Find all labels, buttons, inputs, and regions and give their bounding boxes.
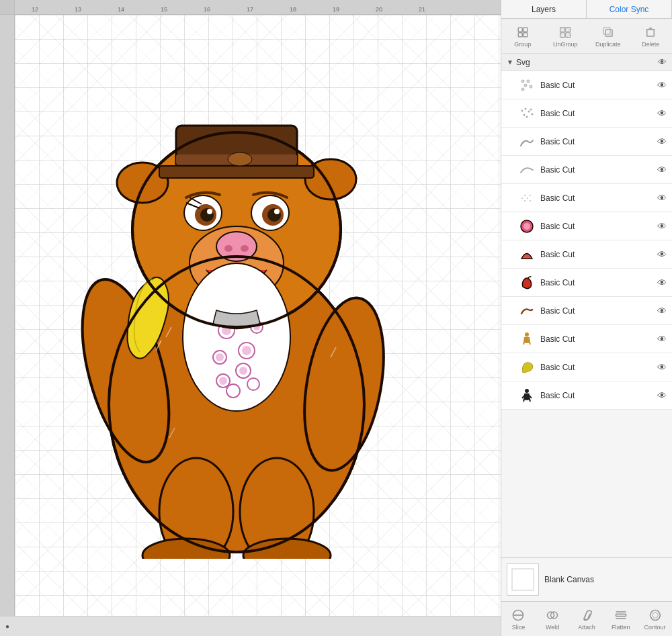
tab-layers[interactable]: Layers <box>501 0 587 18</box>
ruler-mark-20: 20 <box>376 6 382 13</box>
duplicate-button[interactable]: Duplicate <box>587 21 630 50</box>
svg-rect-52 <box>518 28 522 32</box>
contour-button[interactable]: Contour <box>638 604 672 633</box>
slice-button[interactable]: Slice <box>501 604 536 633</box>
layer-row[interactable]: Basic Cut 👁 <box>501 71 672 99</box>
svg-point-69 <box>521 88 524 91</box>
weld-button[interactable]: Weld <box>536 604 570 633</box>
svg-rect-94 <box>512 569 534 590</box>
zoom-level: ● <box>5 623 9 630</box>
ruler-mark-12: 12 <box>32 6 38 13</box>
svg-point-5 <box>305 159 356 199</box>
layer-row[interactable]: Basic Cut 👁 <box>501 184 672 212</box>
svg-point-78 <box>521 197 523 199</box>
layer-6-name: Basic Cut <box>540 222 653 231</box>
layer-6-thumb <box>517 217 536 236</box>
svg-point-27 <box>183 263 290 411</box>
layer-12-eye-icon[interactable]: 👁 <box>657 390 667 401</box>
layer-4-eye-icon[interactable]: 👁 <box>657 165 667 175</box>
svg-rect-7 <box>159 166 314 178</box>
layer-5-thumb <box>517 189 536 208</box>
ruler-mark-16: 16 <box>204 6 210 13</box>
layer-10-eye-icon[interactable]: 👁 <box>657 334 667 345</box>
svg-point-38 <box>216 353 224 361</box>
ruler-mark-13: 13 <box>75 6 81 13</box>
layer-row[interactable]: Basic Cut 👁 <box>501 128 672 156</box>
svg-point-72 <box>525 107 527 109</box>
right-panel: Layers Color Sync Group UnGroup Duplicat… <box>501 0 672 636</box>
toolbar-row: Group UnGroup Duplicate Delete <box>501 19 672 54</box>
canvas-section: Blank Canvas <box>501 557 672 601</box>
layer-3-eye-icon[interactable]: 👁 <box>657 136 667 147</box>
svg-point-67 <box>527 80 530 83</box>
flatten-button[interactable]: Flatten <box>603 604 638 633</box>
svg-rect-99 <box>616 614 626 616</box>
layer-row[interactable]: Basic Cut 👁 <box>501 297 672 325</box>
svg-point-74 <box>523 113 526 116</box>
svg-group-header[interactable]: ▼ Svg 👁 <box>501 54 672 71</box>
layer-1-eye-icon[interactable]: 👁 <box>657 80 667 91</box>
svg-rect-63 <box>647 30 655 36</box>
flatten-icon <box>614 608 628 623</box>
attach-icon <box>579 608 594 623</box>
layer-row[interactable]: Basic Cut 👁 <box>501 381 672 410</box>
ruler-top: 12 13 14 15 16 17 18 19 20 21 <box>0 0 501 15</box>
layer-11-eye-icon[interactable]: 👁 <box>657 362 667 373</box>
svg-rect-60 <box>561 28 569 36</box>
attach-button[interactable]: Attach <box>570 604 604 633</box>
ruler-mark-19: 19 <box>333 6 339 13</box>
layer-8-eye-icon[interactable]: 👁 <box>657 277 667 288</box>
svg-rect-54 <box>518 32 522 36</box>
layer-row[interactable]: Basic Cut 👁 <box>501 212 672 240</box>
layer-row[interactable]: Basic Cut 👁 <box>501 156 672 184</box>
svg-visibility-icon[interactable]: 👁 <box>658 57 667 67</box>
layer-4-thumb <box>517 161 536 179</box>
layer-6-eye-icon[interactable]: 👁 <box>657 221 667 232</box>
layer-8-thumb <box>517 273 536 292</box>
tab-color-sync[interactable]: Color Sync <box>587 0 672 18</box>
layer-9-eye-icon[interactable]: 👁 <box>657 306 667 316</box>
layer-9-thumb <box>517 302 536 320</box>
layer-2-thumb <box>517 104 536 123</box>
svg-point-83 <box>530 200 531 201</box>
layer-row[interactable]: Basic Cut 👁 <box>501 353 672 381</box>
layer-5-name: Basic Cut <box>540 193 653 203</box>
svg-rect-53 <box>523 28 528 32</box>
ruler-mark-15: 15 <box>161 6 167 13</box>
svg-point-39 <box>239 367 247 375</box>
svg-point-9 <box>228 152 252 166</box>
svg-point-85 <box>523 223 530 230</box>
layer-row[interactable]: Basic Cut 👁 <box>501 240 672 269</box>
svg-rect-62 <box>603 28 610 34</box>
work-area <box>15 15 501 616</box>
delete-button[interactable]: Delete <box>630 21 673 50</box>
layer-row[interactable]: Basic Cut 👁 <box>501 99 672 128</box>
layer-row[interactable]: Basic Cut 👁 <box>501 269 672 297</box>
ruler-corner <box>0 0 15 15</box>
ungroup-button[interactable]: UnGroup <box>544 21 587 50</box>
layer-12-thumb <box>517 386 536 405</box>
group-button[interactable]: Group <box>501 21 544 50</box>
svg-point-81 <box>530 195 531 196</box>
layer-5-eye-icon[interactable]: 👁 <box>657 193 667 203</box>
slice-icon <box>511 608 526 623</box>
svg-point-37 <box>242 346 251 355</box>
blank-canvas-thumb <box>507 563 539 596</box>
layer-row[interactable]: Basic Cut 👁 <box>501 325 672 353</box>
svg-point-24 <box>274 209 280 214</box>
svg-point-89 <box>525 389 529 393</box>
svg-line-88 <box>529 340 530 345</box>
ruler-mark-14: 14 <box>118 6 124 13</box>
ungroup-icon <box>558 25 573 40</box>
layer-2-eye-icon[interactable]: 👁 <box>657 108 667 119</box>
expand-arrow-icon: ▼ <box>507 58 513 66</box>
layer-7-eye-icon[interactable]: 👁 <box>657 249 667 260</box>
svg-point-76 <box>526 116 528 118</box>
layer-1-name: Basic Cut <box>540 81 653 90</box>
layer-3-name: Basic Cut <box>540 137 653 146</box>
svg-point-73 <box>528 110 530 112</box>
ruler-left <box>0 0 15 636</box>
duplicate-icon <box>601 25 616 40</box>
svg-point-79 <box>524 195 526 196</box>
svg-point-77 <box>532 113 534 115</box>
